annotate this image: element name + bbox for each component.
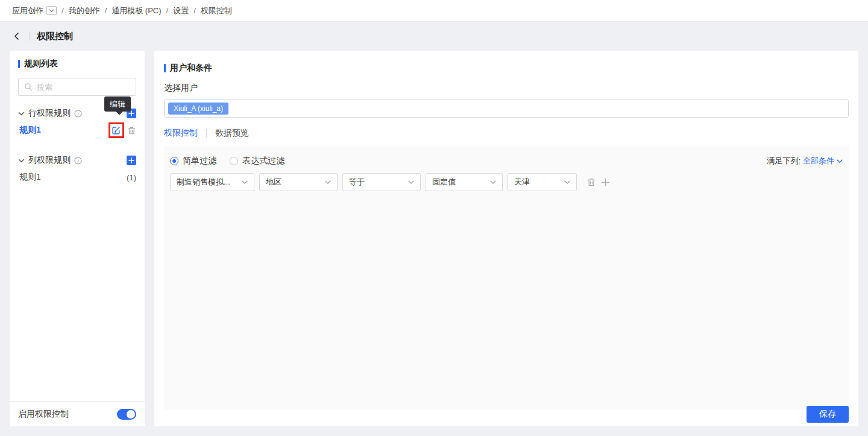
chevron-down-icon[interactable] [18, 157, 25, 164]
simple-filter-radio[interactable]: 简单过滤 [170, 156, 216, 166]
match-condition-select[interactable]: 全部条件 [803, 156, 843, 166]
row-rule-section-label: 行权限规则 [28, 108, 71, 119]
dataset-select[interactable]: 制造销售模拟... [170, 173, 254, 191]
col-rule-count: (1) [127, 173, 136, 182]
match-condition-label: 满足下列: [767, 156, 800, 166]
expression-filter-radio[interactable]: 表达式过滤 [230, 156, 285, 166]
operator-select[interactable]: 等于 [342, 173, 421, 191]
add-condition-icon[interactable] [601, 178, 610, 187]
col-rule-section-header: 列权限规则 [18, 153, 136, 168]
info-icon[interactable] [74, 157, 82, 165]
rule-list-panel: 规则列表 行权限规则 规则1 [10, 51, 145, 426]
condition-row: 制造销售模拟... 地区 等于 固定值 天津 [170, 173, 843, 191]
page-header: 权限控制 [0, 22, 73, 51]
value-select[interactable]: 天津 [508, 173, 577, 191]
save-button[interactable]: 保存 [807, 406, 849, 423]
tab-data-preview[interactable]: 数据预览 [215, 128, 249, 139]
tab-divider [206, 129, 207, 137]
page-title: 权限控制 [37, 31, 73, 42]
title-accent-bar [18, 60, 20, 68]
breadcrumb-item-my-creations[interactable]: 我的创作 [69, 5, 100, 16]
add-col-rule-button[interactable] [127, 156, 136, 165]
enable-permission-label: 启用权限控制 [18, 409, 69, 420]
chevron-down-icon[interactable] [18, 110, 25, 117]
annotation-red-box [108, 122, 124, 138]
filter-panel: 简单过滤 表达式过滤 满足下列: 全部条件 制造销售模拟... [164, 147, 849, 410]
breadcrumb-item-settings[interactable]: 设置 [173, 5, 189, 16]
select-user-input[interactable]: Xiuli_A (xiuli_a) [164, 100, 849, 118]
radio-unchecked-icon[interactable] [230, 157, 238, 165]
match-condition-group: 满足下列: 全部条件 [767, 156, 843, 166]
edit-icon[interactable] [112, 125, 121, 135]
user-tag[interactable]: Xiuli_A (xiuli_a) [168, 103, 228, 115]
breadcrumb-item-permission: 权限控制 [201, 5, 232, 16]
rule-list-title: 规则列表 [18, 58, 136, 69]
col-rule-section-label: 列权限规则 [28, 155, 71, 166]
col-rule-item[interactable]: 规则1 (1) [18, 168, 136, 186]
breadcrumb-separator: / [61, 6, 64, 15]
user-condition-panel: 用户和条件 选择用户 Xiuli_A (xiuli_a) 权限控制 数据预览 简… [154, 51, 858, 426]
value-type-select[interactable]: 固定值 [426, 173, 503, 191]
edit-tooltip: 编辑 [104, 96, 131, 112]
chevron-down-icon[interactable] [46, 6, 57, 15]
filter-mode-row: 简单过滤 表达式过滤 满足下列: 全部条件 [170, 156, 843, 166]
select-user-label: 选择用户 [164, 83, 849, 93]
enable-permission-toggle[interactable] [117, 409, 136, 420]
info-icon[interactable] [74, 110, 82, 118]
rule-search-box[interactable] [18, 78, 136, 96]
expression-filter-label: 表达式过滤 [242, 156, 285, 166]
title-accent-bar [164, 64, 166, 72]
delete-icon[interactable] [127, 126, 136, 135]
delete-condition-icon[interactable] [587, 177, 596, 187]
search-icon [24, 83, 33, 91]
breadcrumb-app-select[interactable]: 应用创作 [12, 5, 57, 16]
col-rule-name[interactable]: 规则1 [19, 172, 41, 183]
user-condition-title: 用户和条件 [164, 63, 849, 74]
search-input[interactable] [37, 83, 130, 92]
breadcrumb: 应用创作 / 我的创作 / 通用模板 (PC) / 设置 / 权限控制 [0, 0, 868, 22]
tabs: 权限控制 数据预览 [164, 128, 849, 139]
breadcrumb-app-label: 应用创作 [12, 5, 43, 16]
breadcrumb-separator: / [105, 6, 107, 15]
tab-permission-control[interactable]: 权限控制 [164, 128, 198, 139]
breadcrumb-item-template[interactable]: 通用模板 (PC) [112, 5, 161, 16]
simple-filter-label: 简单过滤 [183, 156, 216, 166]
breadcrumb-separator: / [166, 6, 169, 15]
header-divider [29, 32, 30, 41]
field-select[interactable]: 地区 [259, 173, 338, 191]
row-rule-name[interactable]: 规则1 [19, 125, 41, 136]
breadcrumb-separator: / [193, 6, 196, 15]
row-rule-item[interactable]: 规则1 [18, 121, 136, 139]
sidebar-footer: 启用权限控制 [10, 401, 145, 426]
back-button[interactable] [12, 31, 22, 41]
radio-checked-icon[interactable] [170, 157, 178, 165]
